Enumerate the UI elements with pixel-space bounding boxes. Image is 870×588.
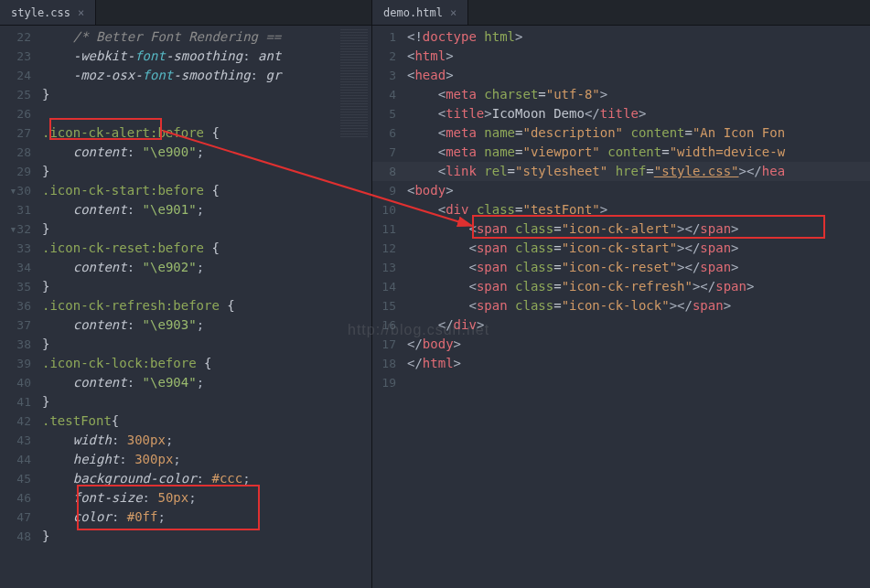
editor-split-view: style.css × 22 23 24 25 26 27 28 29 ▾30 … [0, 0, 870, 588]
right-pane: demo.html × 1 2 3 4 5 6 7 8 9 10 11 12 1… [372, 0, 870, 588]
minimap[interactable] [337, 26, 371, 588]
right-gutter: 1 2 3 4 5 6 7 8 9 10 11 12 13 14 15 16 1… [372, 26, 403, 588]
right-code-area[interactable]: 1 2 3 4 5 6 7 8 9 10 11 12 13 14 15 16 1… [372, 26, 870, 588]
right-tab-bar: demo.html × [372, 0, 870, 26]
right-code[interactable]: <!doctype html> <html> <head> <meta char… [403, 26, 870, 588]
tab-label: style.css [11, 6, 70, 19]
close-icon[interactable]: × [78, 6, 84, 19]
tab-label: demo.html [383, 6, 443, 19]
left-code-area[interactable]: 22 23 24 25 26 27 28 29 ▾30 31 ▾32 33 34… [0, 26, 371, 588]
tab-style-css[interactable]: style.css × [0, 0, 96, 25]
close-icon[interactable]: × [450, 6, 456, 19]
left-code[interactable]: /* Better Font Rendering == -webkit-font… [38, 26, 337, 588]
left-pane: style.css × 22 23 24 25 26 27 28 29 ▾30 … [0, 0, 372, 588]
left-gutter: 22 23 24 25 26 27 28 29 ▾30 31 ▾32 33 34… [0, 26, 38, 588]
left-tab-bar: style.css × [0, 0, 371, 26]
tab-demo-html[interactable]: demo.html × [372, 0, 468, 25]
